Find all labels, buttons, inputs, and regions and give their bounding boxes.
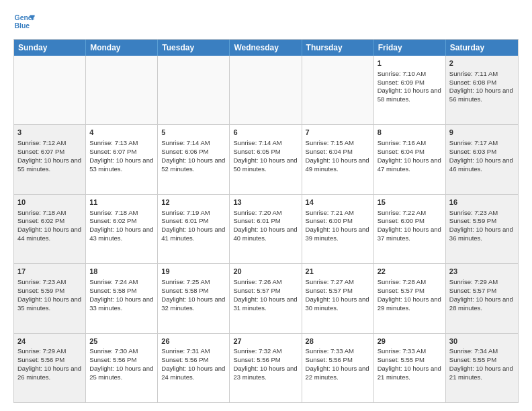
- daylight: Daylight: 10 hours and 30 minutes.: [306, 295, 369, 312]
- sunrise: Sunrise: 7:32 AM: [233, 347, 281, 355]
- calendar-day-15: 15Sunrise: 7:22 AMSunset: 6:00 PMDayligh…: [374, 195, 446, 263]
- daylight: Daylight: 10 hours and 50 minutes.: [233, 156, 297, 173]
- calendar-day-2: 2Sunrise: 7:11 AMSunset: 6:08 PMDaylight…: [446, 56, 518, 124]
- sunrise: Sunrise: 7:23 AM: [17, 278, 66, 285]
- day-number: 3: [17, 128, 82, 138]
- day-number: 29: [378, 336, 442, 347]
- daylight: Daylight: 10 hours and 37 minutes.: [378, 226, 441, 242]
- sunset: Sunset: 5:58 PM: [89, 287, 136, 294]
- sunset: Sunset: 6:09 PM: [378, 79, 425, 86]
- daylight: Daylight: 10 hours and 25 minutes.: [89, 365, 153, 381]
- sunrise: Sunrise: 7:18 AM: [89, 209, 138, 216]
- sunrise: Sunrise: 7:13 AM: [89, 139, 138, 146]
- day-number: 11: [89, 197, 154, 208]
- calendar-week-5: 24Sunrise: 7:29 AMSunset: 5:56 PMDayligh…: [14, 334, 518, 402]
- day-number: 7: [306, 128, 370, 138]
- sunrise: Sunrise: 7:31 AM: [161, 347, 210, 355]
- daylight: Daylight: 10 hours and 41 minutes.: [161, 226, 225, 242]
- day-number: 1: [378, 58, 442, 68]
- calendar-day-9: 9Sunrise: 7:17 AMSunset: 6:03 PMDaylight…: [446, 125, 518, 193]
- sunrise: Sunrise: 7:29 AM: [17, 347, 66, 355]
- daylight: Daylight: 10 hours and 47 minutes.: [378, 156, 441, 173]
- calendar-day-5: 5Sunrise: 7:14 AMSunset: 6:06 PMDaylight…: [158, 125, 230, 193]
- sunrise: Sunrise: 7:22 AM: [378, 209, 426, 216]
- logo: General Blue: [13, 11, 38, 32]
- sunrise: Sunrise: 7:15 AM: [306, 139, 354, 146]
- calendar-day-4: 4Sunrise: 7:13 AMSunset: 6:07 PMDaylight…: [86, 125, 158, 193]
- calendar-day-1: 1Sunrise: 7:10 AMSunset: 6:09 PMDaylight…: [374, 56, 446, 124]
- sunset: Sunset: 5:57 PM: [378, 287, 425, 294]
- header-cell-wednesday: Wednesday: [230, 40, 302, 56]
- daylight: Daylight: 10 hours and 22 minutes.: [306, 365, 369, 381]
- calendar-body: 1Sunrise: 7:10 AMSunset: 6:09 PMDaylight…: [14, 56, 518, 402]
- header-cell-monday: Monday: [86, 40, 158, 56]
- daylight: Daylight: 10 hours and 21 minutes.: [378, 365, 441, 381]
- day-number: 9: [449, 128, 515, 138]
- sunrise: Sunrise: 7:34 AM: [449, 347, 498, 355]
- sunset: Sunset: 6:04 PM: [306, 148, 353, 155]
- day-number: 8: [378, 128, 442, 138]
- calendar-day-16: 16Sunrise: 7:23 AMSunset: 5:59 PMDayligh…: [446, 195, 518, 263]
- sunset: Sunset: 6:07 PM: [89, 148, 136, 155]
- calendar-day-26: 26Sunrise: 7:31 AMSunset: 5:56 PMDayligh…: [158, 334, 230, 402]
- sunrise: Sunrise: 7:27 AM: [306, 278, 354, 285]
- day-number: 18: [89, 267, 154, 277]
- empty-cell: [302, 56, 374, 124]
- daylight: Daylight: 10 hours and 33 minutes.: [89, 295, 153, 312]
- calendar-day-7: 7Sunrise: 7:15 AMSunset: 6:04 PMDaylight…: [302, 125, 374, 193]
- day-number: 24: [17, 336, 82, 347]
- daylight: Daylight: 10 hours and 55 minutes.: [17, 156, 81, 173]
- empty-cell: [230, 56, 302, 124]
- sunrise: Sunrise: 7:17 AM: [449, 139, 498, 146]
- daylight: Daylight: 10 hours and 28 minutes.: [449, 295, 513, 312]
- header: General Blue: [13, 11, 519, 32]
- day-number: 22: [378, 267, 442, 277]
- calendar-day-25: 25Sunrise: 7:30 AMSunset: 5:56 PMDayligh…: [86, 334, 158, 402]
- sunset: Sunset: 5:59 PM: [449, 217, 496, 224]
- calendar-day-8: 8Sunrise: 7:16 AMSunset: 6:04 PMDaylight…: [374, 125, 446, 193]
- calendar-week-3: 10Sunrise: 7:18 AMSunset: 6:02 PMDayligh…: [14, 195, 518, 264]
- daylight: Daylight: 10 hours and 24 minutes.: [161, 365, 225, 381]
- calendar-day-19: 19Sunrise: 7:25 AMSunset: 5:58 PMDayligh…: [158, 264, 230, 332]
- sunrise: Sunrise: 7:10 AM: [378, 70, 426, 77]
- day-number: 23: [449, 267, 515, 277]
- page: General Blue SundayMondayTuesdayWednesda…: [0, 0, 532, 411]
- day-number: 28: [306, 336, 370, 347]
- sunset: Sunset: 5:59 PM: [17, 287, 64, 294]
- day-number: 5: [161, 128, 226, 138]
- daylight: Daylight: 10 hours and 56 minutes.: [449, 87, 513, 103]
- daylight: Daylight: 10 hours and 32 minutes.: [161, 295, 225, 312]
- sunset: Sunset: 6:04 PM: [378, 148, 425, 155]
- sunset: Sunset: 5:57 PM: [306, 287, 353, 294]
- sunset: Sunset: 6:00 PM: [306, 217, 353, 224]
- day-number: 4: [89, 128, 154, 138]
- sunrise: Sunrise: 7:24 AM: [89, 278, 138, 285]
- day-number: 15: [378, 197, 442, 208]
- sunset: Sunset: 5:56 PM: [17, 356, 64, 363]
- header-cell-sunday: Sunday: [14, 40, 86, 56]
- daylight: Daylight: 10 hours and 35 minutes.: [17, 295, 81, 312]
- calendar-day-17: 17Sunrise: 7:23 AMSunset: 5:59 PMDayligh…: [14, 264, 86, 332]
- calendar: SundayMondayTuesdayWednesdayThursdayFrid…: [13, 39, 519, 403]
- sunset: Sunset: 6:01 PM: [161, 217, 208, 224]
- calendar-day-27: 27Sunrise: 7:32 AMSunset: 5:56 PMDayligh…: [230, 334, 302, 402]
- empty-cell: [158, 56, 230, 124]
- header-cell-saturday: Saturday: [446, 40, 518, 56]
- day-number: 21: [306, 267, 370, 277]
- header-cell-thursday: Thursday: [302, 40, 374, 56]
- sunrise: Sunrise: 7:33 AM: [378, 347, 426, 355]
- daylight: Daylight: 10 hours and 44 minutes.: [17, 226, 81, 242]
- daylight: Daylight: 10 hours and 43 minutes.: [89, 226, 153, 242]
- day-number: 12: [161, 197, 226, 208]
- daylight: Daylight: 10 hours and 39 minutes.: [306, 226, 369, 242]
- sunrise: Sunrise: 7:12 AM: [17, 139, 66, 146]
- sunset: Sunset: 6:02 PM: [89, 217, 136, 224]
- calendar-day-24: 24Sunrise: 7:29 AMSunset: 5:56 PMDayligh…: [14, 334, 86, 402]
- empty-cell: [86, 56, 158, 124]
- calendar-day-23: 23Sunrise: 7:29 AMSunset: 5:57 PMDayligh…: [446, 264, 518, 332]
- calendar-header: SundayMondayTuesdayWednesdayThursdayFrid…: [14, 40, 518, 56]
- daylight: Daylight: 10 hours and 29 minutes.: [378, 295, 441, 312]
- sunset: Sunset: 5:55 PM: [378, 356, 425, 363]
- sunset: Sunset: 6:06 PM: [161, 148, 208, 155]
- day-number: 25: [89, 336, 154, 347]
